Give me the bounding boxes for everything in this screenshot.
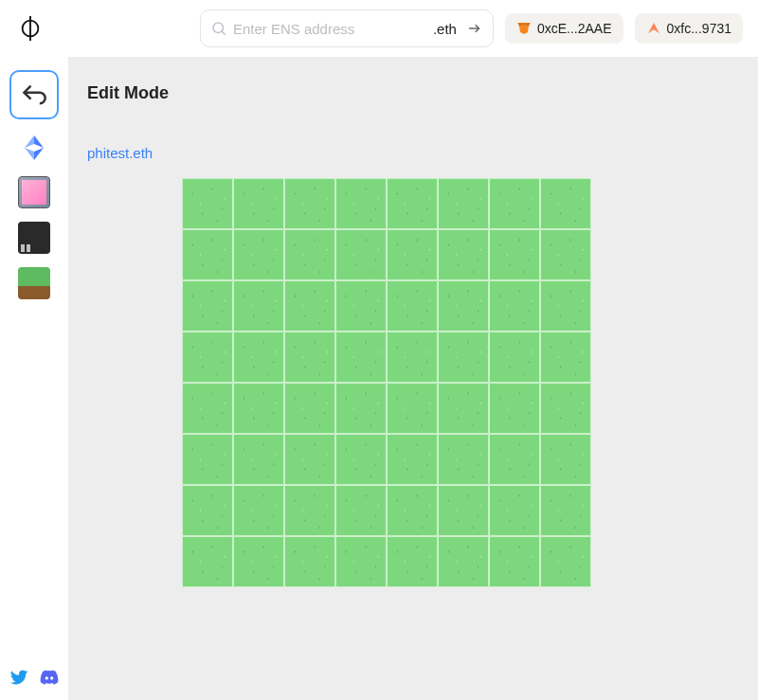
grid-tile[interactable] [489, 229, 540, 280]
land-grid[interactable] [182, 178, 591, 587]
discord-icon[interactable] [40, 668, 59, 687]
search-icon [210, 20, 227, 37]
grid-tile[interactable] [182, 229, 233, 280]
grid-tile[interactable] [387, 485, 438, 536]
grid-tile[interactable] [233, 485, 284, 536]
grid-tile[interactable] [540, 485, 591, 536]
grid-tile[interactable] [335, 280, 387, 332]
grid-tile[interactable] [233, 434, 284, 485]
grid-tile[interactable] [489, 383, 540, 434]
grid-tile[interactable] [387, 332, 438, 383]
grid-tile[interactable] [284, 434, 335, 485]
svg-point-2 [213, 23, 224, 33]
grid-tile[interactable] [387, 178, 438, 229]
grid-tile[interactable] [387, 229, 438, 280]
search-input[interactable] [233, 21, 427, 37]
grid-tile[interactable] [387, 280, 438, 332]
grid-tile[interactable] [182, 485, 233, 536]
grid-tile[interactable] [182, 536, 233, 587]
metamask-icon [516, 21, 532, 36]
grid-tile[interactable] [233, 383, 284, 434]
grid-tile[interactable] [335, 229, 387, 280]
wallet-label: 0xfc...9731 [667, 21, 732, 36]
page-title: Edit Mode [87, 83, 758, 103]
grid-tile[interactable] [438, 383, 489, 434]
grid-tile[interactable] [387, 536, 438, 587]
top-bar: .eth 0xcE...2AAE 0xfc...9731 [0, 0, 758, 57]
back-button[interactable] [9, 70, 59, 119]
ens-name: phitest.eth [87, 145, 758, 161]
sidebar-item-asset-1[interactable] [18, 176, 50, 208]
grid-tile[interactable] [182, 178, 233, 229]
sidebar-social [0, 668, 68, 687]
grid-tile[interactable] [540, 434, 591, 485]
twitter-icon[interactable] [9, 668, 28, 687]
grid-tile[interactable] [335, 485, 387, 536]
grid-tile[interactable] [489, 178, 540, 229]
content-area: Edit Mode phitest.eth [68, 57, 758, 700]
grid-tile[interactable] [284, 383, 335, 434]
grid-tile[interactable] [489, 280, 540, 332]
search-suffix: .eth [433, 21, 457, 37]
grid-tile[interactable] [438, 280, 489, 332]
grid-tile[interactable] [387, 434, 438, 485]
arrow-right-icon[interactable] [466, 20, 483, 37]
grid-tile[interactable] [438, 434, 489, 485]
phi-logo [15, 13, 45, 44]
grid-tile[interactable] [182, 434, 233, 485]
grid-tile[interactable] [233, 280, 284, 332]
grid-tile[interactable] [489, 434, 540, 485]
grid-tile[interactable] [335, 383, 387, 434]
ens-search[interactable]: .eth [200, 9, 494, 47]
grid-tile[interactable] [489, 485, 540, 536]
grid-tile[interactable] [233, 536, 284, 587]
grid-tile[interactable] [540, 178, 591, 229]
main: Edit Mode phitest.eth [0, 57, 758, 700]
grid-tile[interactable] [489, 536, 540, 587]
argent-icon [646, 21, 661, 36]
wallet-pill-0[interactable]: 0xcE...2AAE [505, 13, 623, 44]
grid-tile[interactable] [284, 536, 335, 587]
grid-tile[interactable] [540, 280, 591, 332]
grid-tile[interactable] [284, 178, 335, 229]
grid-tile[interactable] [182, 383, 233, 434]
grid-tile[interactable] [540, 536, 591, 587]
grid-tile[interactable] [438, 332, 489, 383]
sidebar-item-grass[interactable] [18, 267, 50, 299]
grid-tile[interactable] [438, 178, 489, 229]
grid-tile[interactable] [233, 332, 284, 383]
sidebar-item-asset-2[interactable] [18, 222, 50, 254]
grid-tile[interactable] [540, 332, 591, 383]
wallet-pill-1[interactable]: 0xfc...9731 [635, 13, 744, 44]
grid-tile[interactable] [335, 178, 387, 229]
grid-tile[interactable] [284, 332, 335, 383]
grid-tile[interactable] [233, 178, 284, 229]
grid-tile[interactable] [387, 383, 438, 434]
grid-tile[interactable] [284, 280, 335, 332]
grid-tile[interactable] [438, 536, 489, 587]
grid-tile[interactable] [540, 229, 591, 280]
grid-tile[interactable] [540, 383, 591, 434]
grid-tile[interactable] [489, 332, 540, 383]
grid-tile[interactable] [284, 229, 335, 280]
grid-tile[interactable] [335, 536, 387, 587]
grid-tile[interactable] [182, 332, 233, 383]
svg-marker-6 [519, 26, 528, 34]
grid-tile[interactable] [438, 229, 489, 280]
grid-tile[interactable] [233, 229, 284, 280]
grid-tile[interactable] [335, 434, 387, 485]
svg-line-3 [222, 31, 225, 34]
grid-tile[interactable] [182, 280, 233, 332]
grid-tile[interactable] [335, 332, 387, 383]
sidebar [0, 57, 68, 700]
grid-tile[interactable] [438, 485, 489, 536]
grid-tile[interactable] [284, 485, 335, 536]
wallet-label: 0xcE...2AAE [537, 21, 612, 36]
sidebar-item-ethereum[interactable] [19, 133, 49, 163]
